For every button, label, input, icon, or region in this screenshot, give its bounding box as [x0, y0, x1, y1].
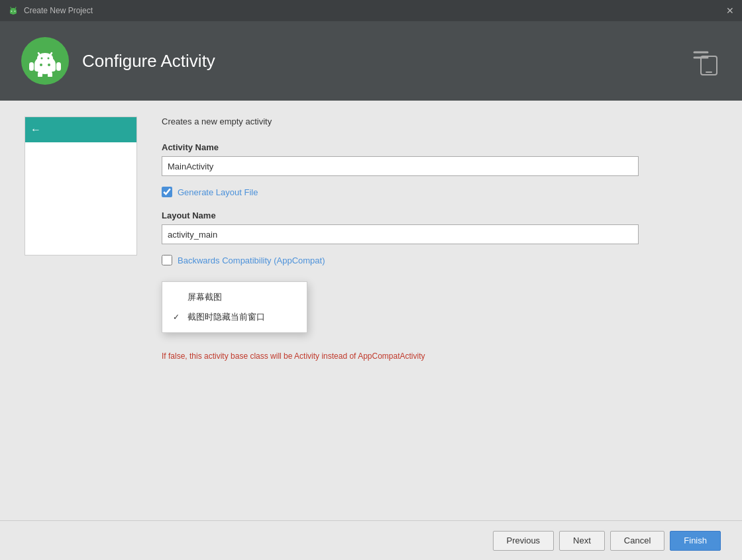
- activity-name-label: Activity Name: [162, 142, 721, 152]
- titlebar: Create New Project ✕: [0, 0, 742, 21]
- device-icon: [688, 44, 721, 77]
- context-menu: 屏幕截图 ✓ 截图时隐藏当前窗口: [162, 281, 307, 333]
- svg-rect-15: [29, 62, 34, 71]
- phone-tablet-icon: [688, 44, 721, 77]
- check-empty: [173, 293, 182, 302]
- main-content: ← Creates a new empty activity Activity …: [0, 101, 742, 520]
- svg-rect-7: [34, 64, 56, 71]
- svg-rect-17: [38, 71, 42, 77]
- context-menu-item-screenshot-label: 屏幕截图: [187, 291, 222, 303]
- form-description: Creates a new empty activity: [162, 117, 721, 126]
- next-button[interactable]: Next: [559, 531, 605, 551]
- generate-layout-row: Generate Layout File: [162, 187, 721, 197]
- layout-name-input[interactable]: [162, 224, 639, 244]
- svg-line-4: [11, 7, 11, 9]
- previous-button[interactable]: Previous: [493, 531, 555, 551]
- svg-point-12: [37, 53, 53, 64]
- finish-button[interactable]: Finish: [670, 531, 721, 551]
- svg-line-5: [15, 7, 16, 9]
- svg-rect-16: [56, 62, 61, 71]
- activity-name-input[interactable]: [162, 156, 639, 176]
- backwards-compat-checkbox[interactable]: [162, 255, 172, 265]
- cancel-button[interactable]: Cancel: [610, 531, 664, 551]
- close-button[interactable]: ✕: [726, 5, 734, 16]
- backwards-compat-label[interactable]: Backwards Compatibility (AppCompat): [178, 256, 325, 265]
- phone-preview: ←: [25, 117, 137, 256]
- svg-point-8: [40, 64, 42, 66]
- android-logo: [21, 37, 69, 85]
- svg-point-13: [41, 58, 43, 60]
- titlebar-title: Create New Project: [24, 6, 93, 15]
- generate-layout-label[interactable]: Generate Layout File: [178, 187, 258, 197]
- generate-layout-checkbox[interactable]: [162, 187, 172, 197]
- check-icon: ✓: [173, 312, 182, 322]
- svg-rect-18: [48, 71, 52, 77]
- context-menu-item-screenshot[interactable]: 屏幕截图: [162, 287, 307, 307]
- layout-name-label: Layout Name: [162, 210, 721, 220]
- svg-point-14: [48, 58, 50, 60]
- footer-buttons: Previous Next Cancel Finish: [0, 520, 742, 560]
- layout-name-group: Layout Name: [162, 210, 721, 244]
- info-text: If false, this activity base class will …: [162, 351, 639, 361]
- back-arrow-icon: ←: [30, 124, 41, 136]
- svg-rect-1: [10, 11, 17, 14]
- activity-name-group: Activity Name: [162, 142, 721, 176]
- app-icon: [8, 5, 19, 16]
- svg-point-9: [48, 64, 50, 66]
- header: Configure Activity: [0, 21, 742, 101]
- header-left: Configure Activity: [21, 37, 215, 85]
- preview-header-bar: ←: [25, 117, 136, 142]
- context-menu-item-hide[interactable]: ✓ 截图时隐藏当前窗口: [162, 307, 307, 327]
- context-menu-item-hide-label: 截图时隐藏当前窗口: [187, 311, 265, 323]
- android-icon: [29, 45, 61, 77]
- form-area: Creates a new empty activity Activity Na…: [162, 117, 721, 504]
- svg-point-3: [15, 11, 16, 12]
- backwards-compat-row: Backwards Compatibility (AppCompat): [162, 255, 721, 265]
- preview-panel: ←: [21, 117, 140, 504]
- svg-point-2: [11, 11, 13, 12]
- page-title: Configure Activity: [82, 51, 215, 71]
- titlebar-left: Create New Project: [8, 5, 93, 16]
